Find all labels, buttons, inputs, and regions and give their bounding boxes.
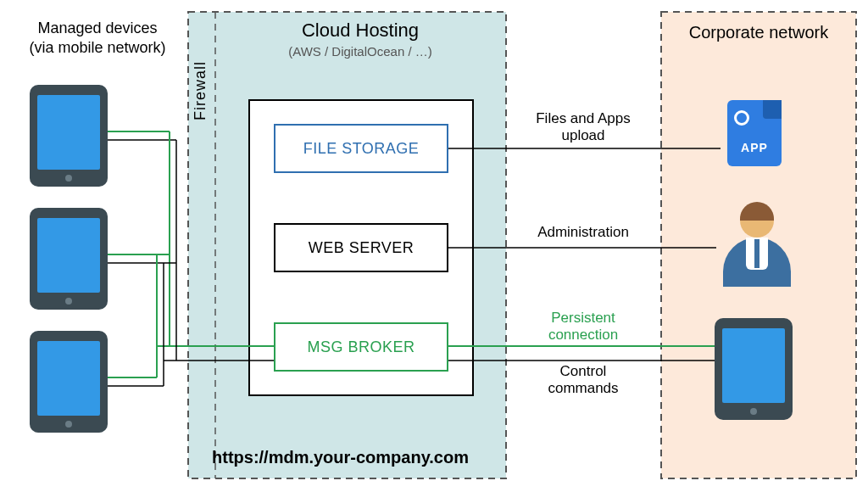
managed-device-1 <box>30 85 108 187</box>
managed-device-2 <box>30 208 108 310</box>
firewall-label: Firewall <box>192 61 209 120</box>
admin-person-icon <box>719 204 795 288</box>
web-server-box: WEB SERVER <box>274 223 448 272</box>
file-storage-box: FILE STORAGE <box>274 124 448 173</box>
corporate-device <box>715 318 793 420</box>
managed-devices-title: Managed devices(via mobile network) <box>13 19 182 57</box>
msg-broker-box: MSG BROKER <box>274 322 448 372</box>
app-file-icon: APP <box>727 100 782 166</box>
corporate-title: Corporate network <box>661 22 856 43</box>
cloud-hosting-title: Cloud Hosting <box>220 19 500 42</box>
cloud-hosting-subtitle: (AWS / DigitalOcean / …) <box>220 44 500 60</box>
cloud-hosting-url: https://mdm.your-company.com <box>212 448 469 467</box>
app-file-icon-label: APP <box>727 141 782 154</box>
managed-device-3 <box>30 331 108 433</box>
